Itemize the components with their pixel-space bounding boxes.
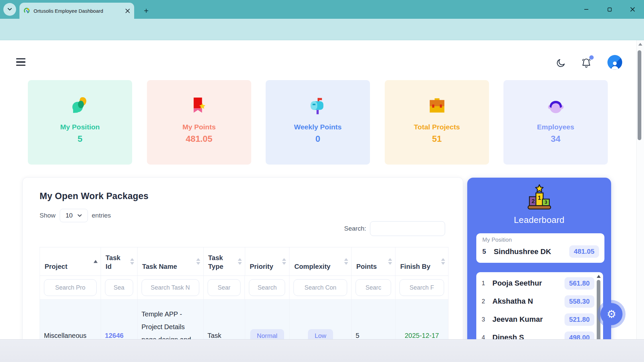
gear-icon: ⚙ (607, 308, 616, 320)
notification-badge-dot (589, 55, 594, 60)
mailbox-icon (266, 92, 370, 120)
window-maximize-button[interactable] (605, 5, 614, 14)
stat-label: Weekly Points (266, 123, 370, 131)
stat-value: 0 (266, 134, 370, 144)
column-header-task-id[interactable]: Task Id (101, 247, 138, 276)
page-size-control: Show 10 entries (40, 208, 111, 223)
column-header-project[interactable]: Project (40, 247, 101, 276)
my-position-card: My Position 5 Sindhushree DK 481.05 (476, 233, 604, 263)
tab-close-icon[interactable] (125, 8, 130, 13)
person-face-icon (503, 92, 608, 120)
screen: Ortusolis Employee Dashboard + employee.… (0, 0, 644, 362)
user-avatar[interactable] (607, 55, 622, 70)
stat-card-my-position: My Position 5 (28, 80, 132, 165)
filter-task-name-input[interactable] (142, 279, 199, 296)
column-header-points[interactable]: Points (352, 247, 395, 276)
dark-mode-toggle[interactable] (554, 56, 568, 70)
stat-label: Total Projects (385, 123, 489, 131)
filter-points-input[interactable] (356, 279, 391, 296)
minimize-icon (584, 7, 589, 12)
stat-value: 5 (28, 134, 132, 144)
page-size-select[interactable]: 10 (60, 209, 88, 222)
scrollbar-thumb[interactable] (638, 50, 641, 140)
browser-toolbar: employee.ortusolis.in/Dashboard/main/ind… (0, 19, 644, 40)
stat-card-my-points: My Points 481.05 (147, 80, 251, 165)
scrollbar-thumb[interactable] (597, 280, 600, 347)
stat-value: 481.05 (147, 134, 251, 144)
podium-number-1: 1 (538, 194, 541, 201)
podium-number-3: 3 (544, 199, 547, 205)
sort-icons (441, 258, 445, 265)
browser-tab[interactable]: Ortusolis Employee Dashboard (19, 3, 134, 19)
chevron-down-icon (7, 7, 12, 12)
settings-fab-button[interactable]: ⚙ (600, 303, 623, 325)
filter-project-input[interactable] (44, 279, 97, 296)
filter-priority-input[interactable] (249, 279, 285, 296)
stat-value: 34 (503, 134, 608, 144)
sort-icons (388, 258, 392, 265)
work-packages-title: My Open Work Packages (40, 191, 149, 201)
entries-label: entries (92, 212, 111, 219)
points-badge: 561.80 (565, 277, 594, 290)
stat-value: 51 (385, 134, 489, 144)
chat-leaf-icon (28, 92, 132, 120)
filter-task-type-input[interactable] (208, 279, 241, 296)
sort-icons (344, 258, 348, 265)
moon-icon (556, 58, 566, 68)
maximize-icon (607, 7, 612, 12)
briefcase-icon (385, 92, 489, 120)
filter-complexity-input[interactable] (293, 279, 347, 296)
filter-task-id-input[interactable] (105, 279, 133, 296)
filter-finish-by-input[interactable] (399, 279, 444, 296)
leaderboard-entry: 2 Akshatha N 558.30 (482, 292, 594, 310)
column-header-task-type[interactable]: Task Type (204, 247, 245, 276)
page-size-value: 10 (65, 212, 72, 219)
table-search-input[interactable] (370, 221, 445, 236)
stat-label: My Position (28, 123, 132, 131)
leaderboard-entry: 3 Jeevan Kumar 521.80 (482, 310, 594, 328)
my-points-badge: 481.05 (569, 245, 599, 258)
tab-search-button[interactable] (3, 3, 16, 16)
window-close-button[interactable] (628, 5, 637, 14)
sort-icons (130, 258, 134, 265)
sort-asc-icon (94, 260, 98, 263)
stat-card-total-projects: Total Projects 51 (385, 80, 489, 165)
stat-card-weekly-points: Weekly Points 0 (266, 80, 370, 165)
column-header-task-name[interactable]: Task Name (138, 247, 204, 276)
leaderboard-title: Leaderboard (467, 215, 611, 225)
table-filter-row (40, 276, 448, 300)
windows-taskbar: 1 24°C Sunny Search (0, 339, 644, 362)
leaderboard-entry: 1 Pooja Seethur 561.80 (482, 274, 594, 292)
table-search-control: Search: (344, 221, 445, 236)
sidebar-toggle-button[interactable] (16, 58, 25, 66)
show-label: Show (40, 212, 56, 219)
podium-icon: 2 1 3 (467, 184, 611, 215)
scroll-up-arrow[interactable] (597, 275, 601, 278)
podium-number-2: 2 (531, 198, 535, 204)
ribbon-star-icon (147, 92, 251, 120)
sort-icons (238, 258, 242, 265)
close-icon (630, 7, 635, 12)
points-badge: 558.30 (565, 295, 594, 308)
points-badge: 521.80 (565, 313, 594, 326)
search-label: Search: (344, 225, 366, 232)
stat-label: My Points (147, 123, 251, 131)
my-name: Sindhushree DK (494, 247, 569, 256)
column-header-finish-by[interactable]: Finish By (395, 247, 448, 276)
stat-card-employees: Employees 34 (503, 80, 608, 165)
sort-icons (196, 258, 200, 265)
sort-icons (282, 258, 286, 265)
stat-label: Employees (503, 123, 608, 131)
tab-title: Ortusolis Employee Dashboard (34, 8, 122, 14)
my-rank: 5 (482, 248, 494, 255)
column-header-complexity[interactable]: Complexity (289, 247, 352, 276)
person-icon (610, 60, 620, 70)
my-position-label: My Position (482, 237, 599, 243)
browser-titlebar: Ortusolis Employee Dashboard + (0, 0, 644, 19)
window-minimize-button[interactable] (582, 5, 591, 14)
chevron-down-icon (77, 214, 82, 217)
column-header-priority[interactable]: Priority (245, 247, 290, 276)
scrollbar-up-arrow[interactable] (638, 43, 642, 46)
tab-favicon (23, 7, 30, 14)
new-tab-button[interactable]: + (142, 6, 151, 15)
